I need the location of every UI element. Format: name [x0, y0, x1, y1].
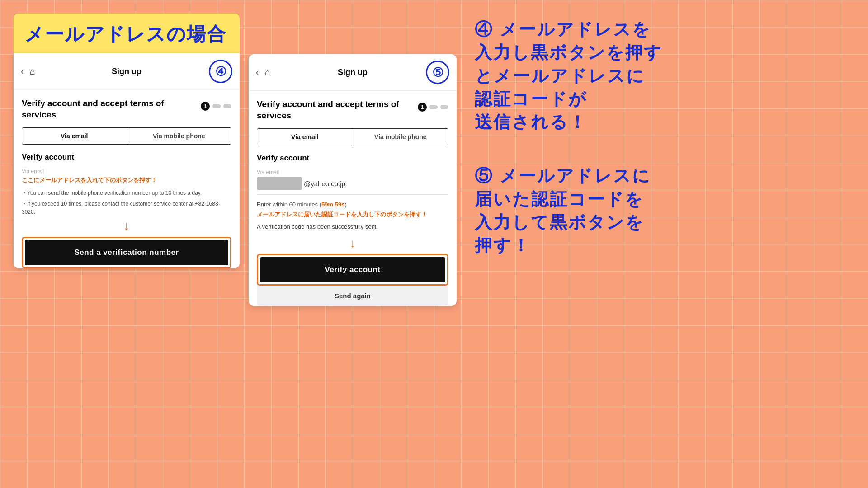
tab-row-5: Via email Via mobile phone: [257, 128, 448, 145]
step-dots-5: 1: [418, 103, 448, 112]
middle-panel: ‹ ⌂ Sign up ⑤ Verify account and accept …: [249, 14, 457, 306]
timer-suffix: ): [344, 201, 346, 208]
step-indicator: 1: [201, 98, 231, 111]
right-line-5-2: 入力して黒ボタンを: [475, 211, 845, 234]
email-domain: @yahoo.co.jp: [304, 180, 345, 188]
screen4: ‹ ⌂ Sign up ④ Verify account and accept …: [14, 53, 240, 268]
right-line-4-2: とメールアドレスに: [475, 65, 845, 88]
right-line-4-1: 入力し黒ボタンを押す: [475, 41, 845, 64]
dot-2-5: [429, 105, 438, 109]
verify-btn-wrap: Verify account: [257, 254, 448, 286]
orange-hint-5: メールアドレスに届いた認証コードを入力し下のボタンを押す！: [257, 211, 448, 219]
verify-account-button[interactable]: Verify account: [260, 257, 445, 282]
email-hint: ここにメールアドレスを入れて下のボタンを押す！: [22, 176, 231, 184]
dot-2: [212, 104, 221, 108]
input-label-5: Via email: [257, 169, 448, 175]
info-text-1: ・You can send the mobile phone verificat…: [22, 189, 231, 197]
screen5-header: ‹ ⌂ Sign up ⑤: [249, 54, 457, 91]
right-line-5-0: ⑤ メールアドレスに: [475, 164, 845, 188]
screen4-header: ‹ ⌂ Sign up ④: [14, 53, 240, 90]
arrow-down: ↓: [22, 219, 231, 233]
dot-1: 1: [201, 102, 210, 111]
tab-email[interactable]: Via email: [22, 128, 127, 144]
right-block-4: ④ メールアドレスを 入力し黒ボタンを押す とメールアドレスに 認証コードが 送…: [475, 18, 845, 134]
home-icon[interactable]: ⌂: [30, 66, 35, 77]
screen4-body: Verify account and accept terms of servi…: [14, 90, 240, 268]
send-again-button[interactable]: Send again: [257, 286, 448, 306]
success-text: A verification code has been successfull…: [257, 223, 448, 230]
right-block-5: ⑤ メールアドレスに 届いた認証コードを 入力して黒ボタンを 押す！: [475, 164, 845, 257]
dot-1-5: 1: [418, 103, 427, 112]
send-btn-wrap: Send a verification number: [22, 237, 231, 268]
screen5-title: Sign up: [338, 68, 368, 77]
right-separator: [475, 145, 845, 154]
arrow-icon-5: ↓: [257, 236, 448, 250]
email-input-row: Via email @yahoo.co.jp: [257, 169, 448, 195]
step4-badge: ④: [209, 60, 232, 83]
tab-phone[interactable]: Via mobile phone: [127, 128, 231, 144]
right-panel: ④ メールアドレスを 入力し黒ボタンを押す とメールアドレスに 認証コードが 送…: [466, 14, 854, 262]
right-line-4-3: 認証コードが: [475, 88, 845, 111]
send-verification-button[interactable]: Send a verification number: [25, 240, 228, 265]
dot-3-5: [440, 105, 448, 109]
right-line-4-4: 送信される！: [475, 111, 845, 134]
input-label: Via email: [22, 168, 231, 174]
screen4-heading: Verify account and accept terms of servi…: [22, 98, 196, 120]
screen4-heading-row: Verify account and accept terms of servi…: [22, 98, 231, 120]
step-dots: 1: [201, 102, 231, 111]
section-label: Verify account: [22, 153, 231, 162]
email-row: @yahoo.co.jp: [257, 177, 448, 190]
dot-3: [223, 104, 231, 108]
tab-email-5[interactable]: Via email: [257, 129, 353, 145]
tab-phone-5[interactable]: Via mobile phone: [353, 129, 448, 145]
screen4-title: Sign up: [112, 67, 142, 76]
section-label-5: Verify account: [257, 154, 448, 163]
arrow-down-5: ↓: [257, 236, 448, 250]
right-line-5-3: 押す！: [475, 234, 845, 257]
tab-row: Via email Via mobile phone: [22, 127, 231, 145]
step-indicator-5: 1: [418, 99, 448, 112]
screen5-heading-row: Verify account and accept terms of servi…: [257, 99, 448, 121]
timer-value: 59m 59s: [321, 201, 344, 208]
page-title: メールアドレスの場合: [24, 22, 229, 47]
title-box: メールアドレスの場合: [14, 14, 240, 53]
timer-row: Enter within 60 minutes (59m 59s): [257, 201, 448, 208]
home-icon-5[interactable]: ⌂: [265, 67, 270, 78]
left-panel: メールアドレスの場合 ‹ ⌂ Sign up ④ Verify account …: [14, 14, 240, 268]
step5-badge: ⑤: [426, 61, 449, 84]
right-line-5-1: 届いた認証コードを: [475, 188, 845, 211]
email-prefix-box[interactable]: [257, 177, 302, 190]
screen5-body: Verify account and accept terms of servi…: [249, 91, 457, 306]
nav-icons-5: ‹ ⌂: [256, 67, 270, 78]
back-icon-5[interactable]: ‹: [256, 68, 259, 77]
middle-spacer: [249, 14, 457, 54]
screen5-heading: Verify account and accept terms of servi…: [257, 99, 413, 121]
screen5: ‹ ⌂ Sign up ⑤ Verify account and accept …: [249, 54, 457, 306]
back-icon[interactable]: ‹: [21, 67, 24, 76]
timer-prefix: Enter within 60 minutes (: [257, 201, 321, 208]
right-line-4-0: ④ メールアドレスを: [475, 18, 845, 41]
info-text-2: ・If you exceed 10 times, please contact …: [22, 200, 231, 216]
nav-icons: ‹ ⌂: [21, 66, 35, 77]
